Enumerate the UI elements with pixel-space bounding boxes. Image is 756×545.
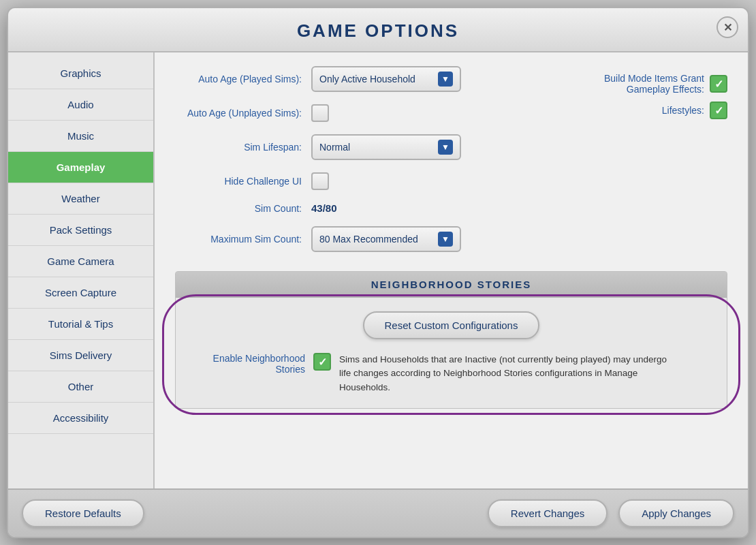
sim-lifespan-arrow: ▼ — [438, 140, 453, 155]
sim-lifespan-select[interactable]: Normal ▼ — [311, 134, 461, 160]
lifestyles-label: Lifestyles: — [662, 105, 704, 116]
build-mode-checkbox[interactable] — [710, 75, 727, 93]
neighborhood-enable-checkbox[interactable] — [313, 353, 331, 371]
neighborhood-stories-section: Neighborhood Stories Reset Custom Config… — [175, 271, 727, 409]
max-sim-count-select[interactable]: 80 Max Recommended ▼ — [311, 226, 461, 252]
hide-challenge-checkbox[interactable] — [311, 172, 329, 190]
reset-configurations-button[interactable]: Reset Custom Configurations — [363, 311, 540, 339]
max-sim-count-arrow: ▼ — [438, 232, 453, 247]
lifestyles-row: Lifestyles: — [550, 102, 727, 119]
auto-age-unplayed-checkbox[interactable] — [311, 104, 329, 122]
modal-header: Game Options ✕ — [8, 8, 748, 52]
apply-changes-button[interactable]: Apply Changes — [618, 499, 734, 527]
neighborhood-stories-header: Neighborhood Stories — [176, 272, 727, 298]
auto-age-played-row: Auto Age (Played Sims): Only Active Hous… — [175, 66, 537, 92]
build-mode-label: Build Mode Items GrantGameplay Effects: — [604, 73, 704, 95]
auto-age-played-arrow: ▼ — [438, 72, 453, 87]
sidebar-item-tutorial-tips[interactable]: Tutorial & Tips — [8, 309, 153, 340]
sim-count-row: Sim Count: 43/80 — [175, 202, 537, 214]
max-sim-count-label: Maximum Sim Count: — [175, 234, 311, 245]
sidebar-item-weather[interactable]: Weather — [8, 183, 153, 215]
neighborhood-enable-row: Enable NeighborhoodStories Sims and Hous… — [196, 353, 706, 394]
auto-age-played-value: Only Active Household — [319, 74, 438, 84]
restore-defaults-button[interactable]: Restore Defaults — [22, 499, 144, 527]
sidebar-item-gameplay[interactable]: Gameplay — [8, 152, 153, 183]
close-button[interactable]: ✕ — [716, 16, 738, 38]
max-sim-count-value: 80 Max Recommended — [319, 234, 438, 245]
sim-count-label: Sim Count: — [175, 203, 311, 214]
sidebar: Graphics Audio Music Gameplay Weather Pa… — [8, 52, 155, 488]
max-sim-count-row: Maximum Sim Count: 80 Max Recommended ▼ — [175, 226, 537, 252]
hide-challenge-row: Hide Challenge UI — [175, 172, 537, 190]
sidebar-item-accessibility[interactable]: Accessibility — [8, 403, 153, 434]
auto-age-unplayed-row: Auto Age (Unplayed Sims): — [175, 104, 537, 122]
sidebar-item-other[interactable]: Other — [8, 371, 153, 403]
sidebar-item-graphics[interactable]: Graphics — [8, 58, 153, 89]
sidebar-item-sims-delivery[interactable]: Sims Delivery — [8, 340, 153, 371]
game-options-modal: Game Options ✕ Graphics Audio Music Game… — [7, 7, 749, 538]
footer-right: Revert Changes Apply Changes — [488, 499, 734, 527]
neighborhood-enable-label: Enable NeighborhoodStories — [196, 353, 305, 375]
auto-age-played-select[interactable]: Only Active Household ▼ — [311, 66, 461, 92]
neighborhood-description: Sims and Households that are Inactive (n… — [339, 353, 680, 394]
top-right: Build Mode Items GrantGameplay Effects: … — [550, 66, 727, 264]
main-content: Auto Age (Played Sims): Only Active Hous… — [155, 52, 748, 488]
build-mode-row: Build Mode Items GrantGameplay Effects: — [550, 73, 727, 95]
sim-lifespan-row: Sim Lifespan: Normal ▼ — [175, 134, 537, 160]
modal-body: Graphics Audio Music Gameplay Weather Pa… — [8, 52, 748, 488]
top-section: Auto Age (Played Sims): Only Active Hous… — [175, 66, 727, 264]
modal-title: Game Options — [297, 20, 459, 41]
auto-age-played-label: Auto Age (Played Sims): — [175, 74, 311, 84]
sim-count-value: 43/80 — [311, 202, 337, 214]
auto-age-unplayed-label: Auto Age (Unplayed Sims): — [175, 108, 311, 119]
sidebar-item-audio[interactable]: Audio — [8, 89, 153, 121]
sim-lifespan-value: Normal — [319, 142, 438, 153]
sidebar-item-pack-settings[interactable]: Pack Settings — [8, 215, 153, 246]
sidebar-item-music[interactable]: Music — [8, 121, 153, 152]
lifestyles-checkbox[interactable] — [710, 102, 727, 119]
sim-lifespan-label: Sim Lifespan: — [175, 142, 311, 153]
sidebar-item-game-camera[interactable]: Game Camera — [8, 246, 153, 277]
neighborhood-stories-body: Reset Custom Configurations Enable Neigh… — [176, 298, 727, 408]
top-left: Auto Age (Played Sims): Only Active Hous… — [175, 66, 537, 264]
hide-challenge-label: Hide Challenge UI — [175, 176, 311, 187]
sidebar-item-screen-capture[interactable]: Screen Capture — [8, 277, 153, 309]
modal-footer: Restore Defaults Revert Changes Apply Ch… — [8, 488, 748, 537]
revert-changes-button[interactable]: Revert Changes — [488, 499, 608, 527]
